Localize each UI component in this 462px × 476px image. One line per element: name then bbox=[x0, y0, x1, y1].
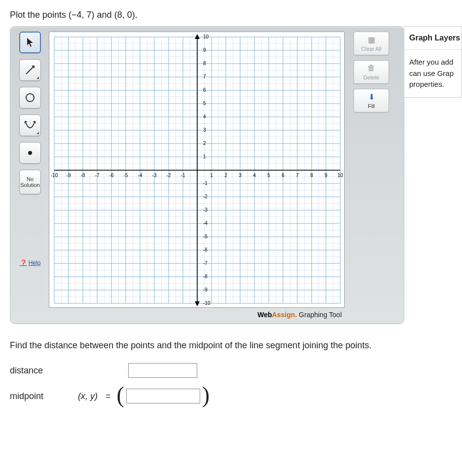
svg-text:-10: -10 bbox=[203, 300, 211, 306]
svg-line-0 bbox=[26, 66, 34, 74]
svg-text:-7: -7 bbox=[203, 260, 208, 266]
svg-text:5: 5 bbox=[267, 173, 270, 178]
svg-text:-4: -4 bbox=[203, 220, 208, 226]
grid-svg: -10-9-8-7-6-5-4-3-2-112345678910-10-9-8-… bbox=[49, 32, 345, 308]
svg-text:-4: -4 bbox=[138, 173, 142, 178]
svg-text:10: 10 bbox=[337, 173, 343, 178]
fill-label: Fill bbox=[368, 103, 375, 109]
svg-text:-6: -6 bbox=[109, 173, 114, 178]
svg-marker-129 bbox=[195, 34, 200, 39]
svg-text:-6: -6 bbox=[203, 247, 208, 253]
instruction-text: Plot the points (−4, 7) and (8, 0). bbox=[10, 10, 462, 20]
svg-text:10: 10 bbox=[203, 34, 209, 39]
svg-text:3: 3 bbox=[203, 127, 206, 133]
svg-point-2 bbox=[28, 151, 32, 155]
svg-text:2: 2 bbox=[224, 173, 227, 178]
svg-text:-1: -1 bbox=[203, 181, 208, 186]
svg-text:2: 2 bbox=[203, 141, 206, 146]
circle-icon bbox=[24, 92, 36, 104]
svg-text:9: 9 bbox=[203, 47, 206, 53]
fill-icon: ⬇ bbox=[354, 91, 389, 102]
clear-all-icon: ▦ bbox=[354, 34, 389, 45]
svg-text:-2: -2 bbox=[167, 173, 171, 178]
help-link[interactable]: ❓ Help bbox=[20, 200, 41, 266]
graph-area: No Solution ❓ Help -10-9-8-7-6-5-4-3-2-1… bbox=[10, 26, 462, 324]
help-label: Help bbox=[29, 259, 41, 266]
equals-sign: = bbox=[106, 391, 111, 402]
svg-text:6: 6 bbox=[203, 87, 206, 93]
svg-text:4: 4 bbox=[253, 173, 256, 178]
svg-text:6: 6 bbox=[282, 173, 284, 178]
no-solution-button[interactable]: No Solution bbox=[19, 170, 41, 194]
graph-tool-panel: No Solution ❓ Help -10-9-8-7-6-5-4-3-2-1… bbox=[10, 26, 404, 324]
svg-text:-3: -3 bbox=[152, 173, 157, 178]
svg-point-1 bbox=[26, 94, 34, 102]
fill-button[interactable]: ⬇ Fill bbox=[354, 89, 389, 112]
parabola-icon bbox=[24, 119, 36, 131]
point-tool-button[interactable] bbox=[19, 142, 41, 164]
svg-text:-5: -5 bbox=[203, 234, 208, 239]
svg-text:-9: -9 bbox=[67, 173, 71, 178]
clear-all-button[interactable]: ▦ Clear All bbox=[354, 32, 389, 55]
svg-text:-7: -7 bbox=[95, 173, 100, 178]
graph-layers-title: Graph Layers bbox=[404, 27, 462, 50]
svg-text:7: 7 bbox=[296, 173, 299, 178]
svg-text:-9: -9 bbox=[203, 287, 208, 293]
midpoint-variable: (x, y) bbox=[78, 391, 98, 402]
svg-marker-130 bbox=[195, 301, 200, 306]
delete-label: Delete bbox=[363, 74, 379, 80]
svg-text:-10: -10 bbox=[51, 173, 58, 178]
svg-text:5: 5 bbox=[203, 101, 206, 106]
midpoint-input[interactable] bbox=[126, 389, 200, 403]
svg-text:7: 7 bbox=[203, 74, 206, 79]
svg-text:8: 8 bbox=[203, 61, 206, 66]
distance-row: distance bbox=[10, 363, 462, 378]
graph-layers-body: After you add can use Grap properties. bbox=[404, 50, 462, 97]
no-solution-label: No Solution bbox=[20, 176, 40, 188]
trash-icon: 🗑 bbox=[354, 63, 389, 73]
midpoint-label: midpoint bbox=[10, 391, 64, 402]
question-text: Find the distance between the points and… bbox=[10, 339, 462, 352]
svg-text:8: 8 bbox=[310, 173, 313, 178]
svg-text:-3: -3 bbox=[203, 207, 208, 213]
delete-button[interactable]: 🗑 Delete bbox=[354, 60, 389, 84]
svg-text:-5: -5 bbox=[124, 173, 128, 178]
svg-text:4: 4 bbox=[203, 114, 206, 119]
svg-text:1: 1 bbox=[210, 173, 213, 178]
circle-tool-button[interactable] bbox=[19, 87, 41, 109]
svg-text:1: 1 bbox=[203, 154, 206, 159]
distance-input[interactable] bbox=[128, 363, 197, 378]
svg-text:9: 9 bbox=[324, 173, 327, 178]
svg-text:-2: -2 bbox=[203, 194, 208, 199]
midpoint-row: midpoint (x, y) = ( ) bbox=[10, 389, 462, 403]
clear-all-label: Clear All bbox=[361, 46, 382, 52]
parabola-tool-button[interactable] bbox=[19, 114, 41, 136]
svg-text:-8: -8 bbox=[203, 274, 208, 279]
line-icon bbox=[25, 65, 36, 75]
pointer-tool-button[interactable] bbox=[19, 32, 41, 53]
help-icon: ❓ bbox=[20, 259, 27, 266]
canvas-area: -10-9-8-7-6-5-4-3-2-112345678910-10-9-8-… bbox=[49, 32, 345, 319]
svg-text:-1: -1 bbox=[181, 173, 185, 178]
pointer-icon bbox=[26, 37, 34, 47]
line-tool-button[interactable] bbox=[19, 59, 41, 81]
svg-text:3: 3 bbox=[239, 173, 242, 178]
svg-text:-8: -8 bbox=[81, 173, 85, 178]
coordinate-grid[interactable]: -10-9-8-7-6-5-4-3-2-112345678910-10-9-8-… bbox=[49, 32, 345, 308]
distance-label: distance bbox=[10, 366, 64, 376]
right-toolbar: ▦ Clear All 🗑 Delete ⬇ Fill bbox=[350, 32, 393, 112]
left-toolbar: No Solution ❓ Help bbox=[15, 32, 45, 266]
dot-icon bbox=[27, 150, 33, 156]
brand-label: WebAssign. Graphing Tool bbox=[49, 311, 345, 319]
graph-layers-panel: Graph Layers After you add can use Grap … bbox=[404, 26, 462, 98]
